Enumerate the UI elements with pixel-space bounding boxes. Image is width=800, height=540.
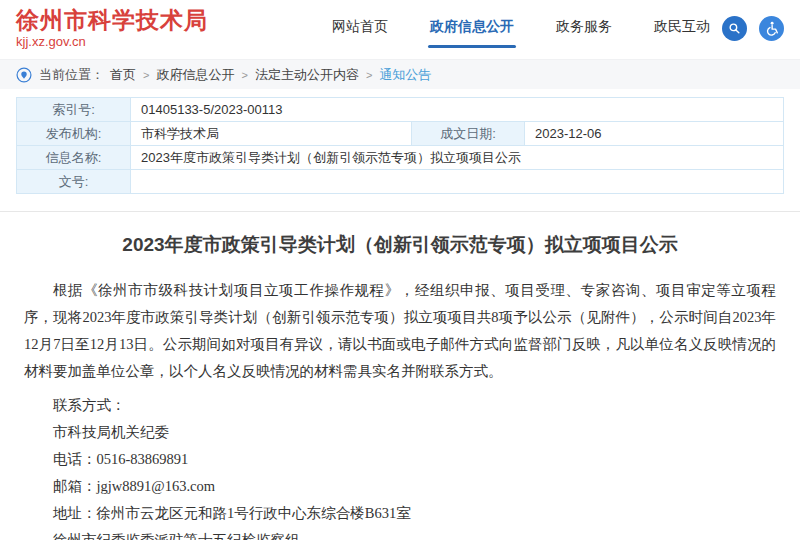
breadcrumb-separator: > xyxy=(366,69,372,81)
contact-org: 市科技局机关纪委 xyxy=(24,419,776,446)
issuing-agency-label: 发布机构: xyxy=(17,122,131,146)
issuing-agency-value: 市科学技术局 xyxy=(131,122,412,146)
index-number-label: 索引号: xyxy=(17,98,131,122)
page-title: 2023年度市政策引导类计划（创新引领示范专项）拟立项项目公示 xyxy=(24,232,776,258)
breadcrumb-separator: > xyxy=(241,69,247,81)
info-name-value: 2023年度市政策引导类计划（创新引领示范专项）拟立项项目公示 xyxy=(131,146,784,170)
nav-item-interaction[interactable]: 政民互动 xyxy=(654,18,710,40)
site-header: 徐州市科学技术局 kjj.xz.gov.cn 网站首页 政府信息公开 政务服务 … xyxy=(0,0,800,55)
contact-email: 邮箱：jgjw8891@163.com xyxy=(24,473,776,500)
site-logo[interactable]: 徐州市科学技术局 kjj.xz.gov.cn xyxy=(16,7,208,49)
doc-number-label: 文号: xyxy=(17,170,131,194)
doc-number-value xyxy=(131,170,784,194)
breadcrumb-separator: > xyxy=(143,69,149,81)
issue-date-label: 成文日期: xyxy=(412,122,525,146)
document-meta-table: 索引号: 01405133-5/2023-00113 发布机构: 市科学技术局 … xyxy=(16,97,784,194)
table-row: 信息名称: 2023年度市政策引导类计划（创新引领示范专项）拟立项项目公示 xyxy=(17,146,784,170)
index-number-value: 01405133-5/2023-00113 xyxy=(131,98,784,122)
breadcrumb-notices[interactable]: 通知公告 xyxy=(379,66,431,84)
article-paragraph: 根据《徐州市市级科技计划项目立项工作操作规程》，经组织申报、项目受理、专家咨询、… xyxy=(24,277,776,385)
main-nav: 网站首页 政府信息公开 政务服务 政民互动 xyxy=(290,16,784,41)
table-row: 文号: xyxy=(17,170,784,194)
location-pin-icon xyxy=(16,67,32,83)
info-name-label: 信息名称: xyxy=(17,146,131,170)
breadcrumb-prefix: 当前位置： xyxy=(39,66,104,84)
accessibility-icon[interactable] xyxy=(759,16,784,41)
contact-heading: 联系方式： xyxy=(24,392,776,419)
table-row: 索引号: 01405133-5/2023-00113 xyxy=(17,98,784,122)
magnifier-glyph xyxy=(728,22,741,35)
article-body: 2023年度市政策引导类计划（创新引领示范专项）拟立项项目公示 根据《徐州市市级… xyxy=(0,212,800,540)
contact-address: 地址：徐州市云龙区元和路1号行政中心东综合楼B631室 xyxy=(24,500,776,527)
site-title: 徐州市科学技术局 xyxy=(16,7,208,33)
nav-item-gov-info[interactable]: 政府信息公开 xyxy=(430,18,514,40)
contact-org-2: 徐州市纪委监委派驻第十五纪检监察组 xyxy=(24,527,776,540)
nav-item-home[interactable]: 网站首页 xyxy=(332,18,388,40)
nav-item-services[interactable]: 政务服务 xyxy=(556,18,612,40)
breadcrumb: 当前位置： 首页 > 政府信息公开 > 法定主动公开内容 > 通知公告 xyxy=(0,59,800,89)
breadcrumb-statutory-disclosure[interactable]: 法定主动公开内容 xyxy=(255,66,359,84)
breadcrumb-home[interactable]: 首页 xyxy=(110,66,136,84)
issue-date-value: 2023-12-06 xyxy=(525,122,784,146)
breadcrumb-gov-info[interactable]: 政府信息公开 xyxy=(156,66,234,84)
site-url: kjj.xz.gov.cn xyxy=(16,35,208,50)
wheelchair-glyph xyxy=(764,21,779,36)
contact-phone: 电话：0516-83869891 xyxy=(24,446,776,473)
search-icon[interactable] xyxy=(722,16,747,41)
table-row: 发布机构: 市科学技术局 成文日期: 2023-12-06 xyxy=(17,122,784,146)
